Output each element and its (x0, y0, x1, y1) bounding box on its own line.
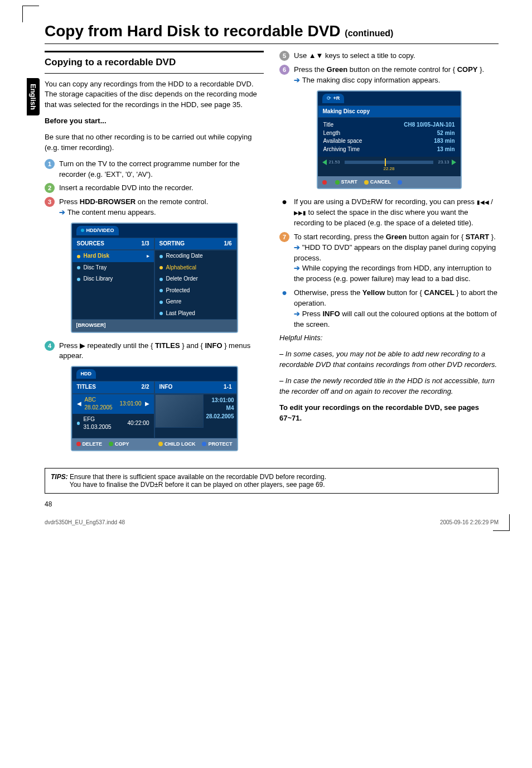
edit-note: To edit your recordings on the recordabl… (279, 403, 479, 422)
osd-making-disc-copy: ⟳+R Making Disc copy TitleCH8 10/05-JAN-… (317, 90, 462, 190)
hint-2: – In case the newly recorded title in th… (279, 376, 495, 395)
bullet-dvdrw: ● If you are using a DVD±RW for recordin… (279, 197, 499, 229)
osd1-sources-head: SOURCES1/3 (72, 238, 154, 250)
step-badge-7: 7 (279, 232, 289, 242)
step-5-text: Use ▲▼ keys to select a title to copy. (294, 51, 415, 61)
thumbnail-placeholder (155, 394, 204, 428)
prev-key-icon (477, 197, 489, 206)
footer-file: dvdr5350H_EU_Eng537.indd 48 (45, 519, 125, 525)
osd1-sort-item: Recoding Date (155, 250, 236, 262)
osd1-src-item: Hard Disk▸ (72, 250, 154, 262)
osd3-footer: START CANCEL (318, 176, 461, 188)
tips-line-1: Ensure that there is sufficient space av… (70, 473, 326, 481)
osd1-sort-item: Genre (155, 296, 236, 308)
intro-text: You can copy any recordings from the HDD… (45, 79, 264, 111)
left-column: Copying to a recordable DVD You can copy… (45, 51, 264, 459)
title-main: Copy from Hard Disk to recordable DVD (45, 22, 345, 40)
bullet-icon: ● (279, 288, 289, 330)
osd3-cancel: CANCEL (364, 178, 391, 186)
crop-mark (493, 514, 510, 531)
osd2-protect: PROTECT (202, 441, 232, 448)
osd3-fields: TitleCH8 10/05-JAN-101 Length52 min Avai… (318, 118, 461, 157)
page-number: 48 (45, 500, 499, 508)
osd-titles-info: HDD TITLES2/2 INFO1-1 ◀ABC 28.02.200513:… (71, 366, 238, 451)
osd2-delete: DELETE (76, 441, 103, 448)
step-6-text: Press the Green button on the remote con… (294, 65, 484, 86)
step-badge-4: 4 (45, 341, 55, 351)
step-4-text: Press ▶ repeatedly until the { TITLES } … (59, 341, 264, 362)
step-1: 1 Turn on the TV to the correct programm… (45, 159, 264, 180)
bullet-cancel-result: Press INFO will call out the coloured op… (294, 309, 499, 330)
osd2-info-pane: 13:01:00M428.02.2005 (154, 394, 237, 438)
step-badge-3: 3 (45, 197, 55, 207)
osd3-timebar: 21.53 23.13 22.28 (318, 157, 461, 176)
before-body: Be sure that no other recording is to be… (45, 132, 264, 153)
osd3-tab: ⟳+R (322, 94, 345, 103)
osd1-footer: [BROWSER] (72, 320, 237, 331)
osd1-sorting-list: Recoding Date Alphabetical Delete Order … (154, 250, 237, 320)
tips-line-2: You have to finalise the DVD±R before it… (70, 481, 325, 489)
hint-1: – In some cases, you may not be able to … (279, 350, 497, 369)
osd1-sorting-head: SORTING1/6 (154, 238, 237, 250)
osd1-tab: HDD/VIDEO (76, 226, 119, 235)
footer-timestamp: 2005-09-16 2:26:29 PM (440, 519, 499, 525)
bullet-cancel: ● Otherwise, press the Yellow button for… (279, 288, 499, 330)
step-badge-2: 2 (45, 183, 55, 193)
osd2-copy: COPY (109, 441, 129, 448)
step-7: 7 To start recording, press the Green bu… (279, 232, 499, 284)
osd1-sort-item: Last Played (155, 308, 236, 320)
osd1-sort-item: Delete Order (155, 273, 236, 285)
osd-sources-sorting: HDD/VIDEO SOURCES1/3 SORTING1/6 Hard Dis… (71, 223, 238, 333)
title-continued: (continued) (345, 28, 393, 38)
step-7-text: To start recording, press the Green butt… (294, 232, 499, 284)
bullet-dvdrw-text: If you are using a DVD±RW for recording,… (294, 197, 499, 229)
next-key-icon (294, 208, 306, 216)
osd1-src-item: Disc Library (72, 273, 154, 285)
step-badge-5: 5 (279, 51, 289, 61)
step-3-text: Press HDD-BROWSER on the remote control.… (59, 197, 208, 218)
right-column: 5 Use ▲▼ keys to select a title to copy.… (279, 51, 499, 459)
tips-label: TIPS: (51, 473, 68, 481)
osd2-title-row: ◀ABC 28.02.200513:01:00▶ (72, 394, 154, 414)
osd1-sources-list: Hard Disk▸ Disc Tray Disc Library (72, 250, 154, 320)
osd2-footer: DELETE COPY CHILD LOCK PROTECT (72, 438, 237, 450)
osd2-titles-list: ◀ABC 28.02.200513:01:00▶ EFG 31.03.20054… (72, 394, 154, 438)
step-1-text: Turn on the TV to the correct programme … (59, 159, 264, 180)
step-6-result: The making disc copy information appears… (294, 75, 484, 86)
osd3-start: START (335, 178, 357, 186)
osd2-info-meta: 13:01:00M428.02.2005 (204, 394, 236, 438)
section-heading: Copying to a recordable DVD (45, 51, 264, 74)
step-7-result-1: "HDD TO DVD" appears on the display pane… (294, 243, 499, 264)
step-3-result: The content menu appears. (59, 207, 208, 218)
language-tab: English (27, 78, 40, 115)
step-5: 5 Use ▲▼ keys to select a title to copy. (279, 51, 499, 61)
osd2-childlock: CHILD LOCK (158, 441, 196, 448)
step-2-text: Insert a recordable DVD into the recorde… (59, 183, 194, 194)
timebar-right-icon (452, 160, 456, 165)
page-title: Copy from Hard Disk to recordable DVD (c… (45, 22, 499, 44)
osd2-titles-head: TITLES2/2 (72, 381, 154, 394)
before-heading: Before you start... (45, 116, 264, 127)
crop-mark (22, 6, 39, 22)
step-3: 3 Press HDD-BROWSER on the remote contro… (45, 197, 264, 218)
step-6: 6 Press the Green button on the remote c… (279, 65, 499, 86)
osd2-info-head: INFO1-1 (154, 381, 237, 394)
step-2: 2 Insert a recordable DVD into the recor… (45, 183, 264, 194)
osd2-title-row: EFG 31.03.200540:22:00 (72, 414, 154, 433)
osd1-src-item: Disc Tray (72, 262, 154, 274)
step-4: 4 Press ▶ repeatedly until the { TITLES … (45, 341, 264, 362)
step-badge-1: 1 (45, 159, 55, 169)
tips-box: TIPS: Ensure that there is sufficient sp… (45, 468, 499, 494)
osd2-tab: HDD (76, 369, 96, 379)
osd1-sort-item: Protected (155, 285, 236, 297)
bullet-icon: ● (279, 197, 289, 229)
osd1-sort-item: Alphabetical (155, 262, 236, 274)
step-7-result-2: While copying the recordings from HDD, a… (294, 263, 499, 284)
timebar-left-icon (322, 160, 327, 165)
print-footer: dvdr5350H_EU_Eng537.indd 48 2005-09-16 2… (45, 519, 499, 525)
button-ref-hdd-browser: HDD-BROWSER (80, 197, 136, 206)
bullet-cancel-text: Otherwise, press the Yellow button for {… (294, 288, 499, 330)
step-badge-6: 6 (279, 65, 289, 75)
osd3-heading: Making Disc copy (318, 105, 461, 118)
hints-heading: Helpful Hints: (279, 334, 322, 342)
